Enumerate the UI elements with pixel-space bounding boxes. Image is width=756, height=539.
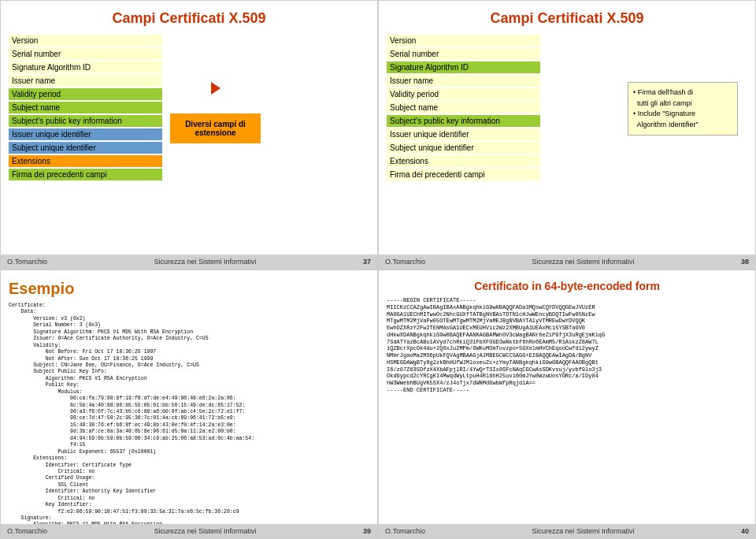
footer-bottom-right: O.Tomarchio Sicurezza nei Sistemi Inform… xyxy=(379,524,755,538)
cert-items-right: Version Serial number Signature Algorith… xyxy=(387,35,540,182)
list-item: Validity period xyxy=(387,88,540,100)
quadrant-bottom-left: Esempio Certificate: Data: Version: v3 (… xyxy=(0,270,378,539)
list-item: Issuer name xyxy=(9,75,162,87)
list-item: Subject unique identifier xyxy=(9,142,162,154)
list-item: Firma dei precedenti campi xyxy=(387,169,540,180)
esempio-title: Esempio xyxy=(9,280,369,298)
footer-author: O.Tomarchio xyxy=(7,258,47,266)
list-item: Issuer unique identifier xyxy=(387,128,540,140)
list-item: Version xyxy=(387,35,540,46)
list-item: Subject's public key information xyxy=(387,115,540,127)
footer-author: O.Tomarchio xyxy=(385,258,425,266)
footer-page: 38 xyxy=(741,258,749,266)
list-item: Extensions xyxy=(387,155,540,167)
footer-title: Sicurezza nei Sistemi Informativi xyxy=(154,527,256,535)
list-item: Signature Algorithm ID xyxy=(9,61,162,73)
list-item: Issuer unique identifier xyxy=(9,128,162,140)
list-item: Serial number xyxy=(9,48,162,60)
cert64-title: Certificato in 64-byte-encoded form xyxy=(387,280,747,292)
list-item: Firma dei precedenti campi xyxy=(9,169,162,180)
list-item: Subject unique identifier xyxy=(387,142,540,154)
footer-top-right: O.Tomarchio Sicurezza nei Sistemi Inform… xyxy=(379,255,755,269)
footer-top-left: O.Tomarchio Sicurezza nei Sistemi Inform… xyxy=(1,255,377,269)
footer-page: 40 xyxy=(741,527,749,535)
footer-author: O.Tomarchio xyxy=(385,527,425,535)
extensions-arrow-box: Diversi campi diestensione xyxy=(170,113,261,143)
footer-bottom-left: O.Tomarchio Sicurezza nei Sistemi Inform… xyxy=(1,524,377,538)
slide-title-top-left: Campi Certificati X.509 xyxy=(9,10,369,27)
footer-title: Sicurezza nei Sistemi Informativi xyxy=(532,258,634,266)
list-item: Serial number xyxy=(387,48,540,60)
certificate-code: Certificate: Data: Version: v3 (0x2) Ser… xyxy=(9,303,369,539)
footer-page: 39 xyxy=(363,527,371,535)
footer-page: 37 xyxy=(363,258,371,266)
cert-items-left: Version Serial number Signature Algorith… xyxy=(9,35,162,182)
list-item: Subject name xyxy=(9,102,162,113)
list-item: Extensions xyxy=(9,155,162,167)
slide-title-top-right: Campi Certificati X.509 xyxy=(387,10,747,27)
footer-title: Sicurezza nei Sistemi Informativi xyxy=(154,258,256,266)
list-item: Subject's public key information xyxy=(9,115,162,127)
quadrant-top-right: Campi Certificati X.509 Version Serial n… xyxy=(378,0,756,270)
list-item: Subject name xyxy=(387,102,540,113)
list-item: Version xyxy=(9,35,162,46)
footer-title: Sicurezza nei Sistemi Informativi xyxy=(532,527,634,535)
cert64-code: -----BEGIN CERTIFICATE----- MIICKzCCAZgA… xyxy=(387,297,747,394)
quadrant-top-left: Campi Certificati X.509 Version Serial n… xyxy=(0,0,378,270)
list-item: Signature Algorithm ID xyxy=(387,61,540,73)
signature-note-box: • Firma dell'hash di tutti gli altri cam… xyxy=(628,82,738,136)
page-grid: Campi Certificati X.509 Version Serial n… xyxy=(0,0,756,539)
footer-author: O.Tomarchio xyxy=(7,527,47,535)
list-item: Validity period xyxy=(9,88,162,100)
list-item: Issuer name xyxy=(387,75,540,87)
quadrant-bottom-right: Certificato in 64-byte-encoded form ----… xyxy=(378,270,756,539)
